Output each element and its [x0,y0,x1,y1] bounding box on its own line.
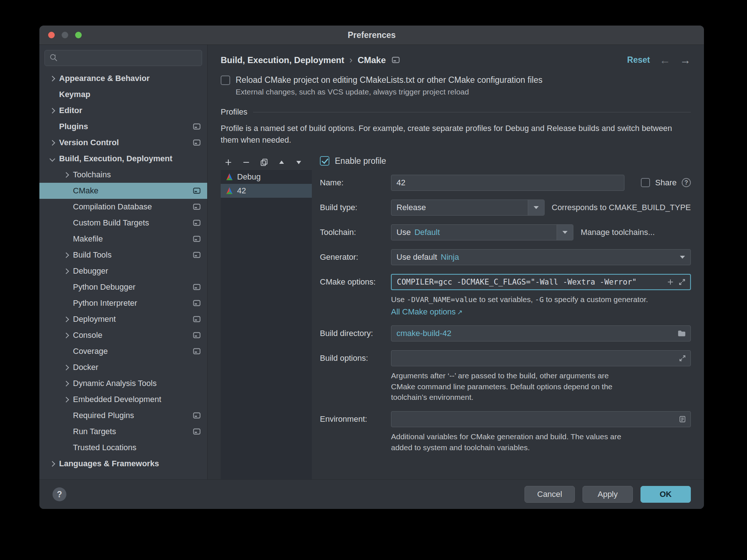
expand-field-icon[interactable] [679,355,686,362]
chevron-icon[interactable] [47,105,58,116]
sidebar-item-version-control[interactable]: Version Control [39,135,207,151]
sidebar-item-custom-build-targets[interactable]: Custom Build Targets [39,215,207,231]
profiles-description: Profile is a named set of build options.… [221,123,691,146]
chevron-icon[interactable] [61,185,71,196]
sidebar-item-build-tools[interactable]: Build Tools [39,247,207,263]
help-icon[interactable]: ? [53,487,66,501]
move-up-icon[interactable] [278,159,285,166]
build-directory-input[interactable]: cmake-build-42 [391,325,691,341]
expand-field-icon[interactable] [678,278,686,286]
share-checkbox[interactable] [641,178,650,187]
sidebar-item-makefile[interactable]: Makefile [39,231,207,247]
close-window-button[interactable] [48,32,55,38]
chevron-icon[interactable] [61,330,71,341]
remove-profile-icon[interactable] [242,158,250,166]
chevron-icon[interactable] [47,153,58,164]
sidebar-item-plugins[interactable]: Plugins [39,119,207,135]
project-settings-icon [193,428,201,435]
add-macro-icon[interactable] [667,278,674,286]
chevron-icon[interactable] [61,378,71,389]
environment-input[interactable] [391,411,691,427]
sidebar-item-run-targets[interactable]: Run Targets [39,424,207,440]
settings-search-input[interactable] [44,50,202,66]
chevron-icon[interactable] [47,89,58,100]
chevron-icon[interactable] [47,137,58,148]
toolchain-select[interactable]: Use Default [391,224,573,240]
cmake-options-input[interactable]: COMPILER=gcc -DCMAKE_C_FLAGS="-Wall -Wex… [391,274,691,290]
environment-variables-icon[interactable] [679,416,686,423]
sidebar-item-python-interpreter[interactable]: Python Interpreter [39,295,207,311]
chevron-icon[interactable] [61,410,71,421]
project-settings-icon [193,284,201,290]
name-input[interactable]: 42 [391,175,624,191]
chevron-icon[interactable] [61,426,71,437]
chevron-icon[interactable] [61,169,71,180]
chevron-icon[interactable] [47,458,58,469]
chevron-icon[interactable] [47,73,58,84]
chevron-icon[interactable] [47,121,58,132]
manage-toolchains-link[interactable]: Manage toolchains... [581,228,655,237]
build-options-label: Build options: [320,354,391,363]
sidebar-item-deployment[interactable]: Deployment [39,311,207,327]
environment-hint: Additional variables for CMake generatio… [391,431,639,453]
breadcrumb-parent[interactable]: Build, Execution, Deployment [221,55,344,65]
chevron-icon[interactable] [61,282,71,293]
sidebar-item-python-debugger[interactable]: Python Debugger [39,279,207,295]
dropdown-arrow-icon[interactable] [528,200,544,215]
sidebar-item-editor[interactable]: Editor [39,103,207,119]
minimize-window-button[interactable] [62,32,68,38]
cmake-options-label: CMake options: [320,277,391,287]
sidebar-item-trusted-locations[interactable]: Trusted Locations [39,440,207,456]
back-arrow-icon[interactable]: ← [659,55,670,66]
dialog-footer: ? Cancel Apply OK [39,479,704,509]
profile-list-item-debug[interactable]: Debug [221,170,312,184]
enable-profile-checkbox[interactable] [320,156,329,166]
sidebar-item-coverage[interactable]: Coverage [39,343,207,359]
sidebar-item-cmake[interactable]: CMake [39,183,207,199]
chevron-icon[interactable] [61,217,71,228]
reload-cmake-checkbox[interactable] [221,76,230,85]
dropdown-arrow-icon[interactable] [674,250,690,265]
forward-arrow-icon[interactable]: → [680,55,691,66]
cancel-button[interactable]: Cancel [525,486,575,503]
all-cmake-options-link[interactable]: All CMake options [391,307,456,316]
breadcrumb-current: CMake [357,55,386,65]
chevron-icon[interactable] [61,250,71,260]
sidebar-item-build-execution-deployment[interactable]: Build, Execution, Deployment [39,151,207,167]
sidebar-item-embedded-development[interactable]: Embedded Development [39,391,207,408]
dropdown-arrow-icon[interactable] [557,225,573,240]
sidebar-item-languages-frameworks[interactable]: Languages & Frameworks [39,456,207,472]
chevron-icon[interactable] [61,266,71,277]
zoom-window-button[interactable] [75,32,82,38]
generator-select[interactable]: Use default Ninja [391,249,691,265]
chevron-icon[interactable] [61,298,71,309]
chevron-icon[interactable] [61,362,71,373]
sidebar-item-docker[interactable]: Docker [39,359,207,375]
sidebar-item-keymap[interactable]: Keymap [39,86,207,103]
chevron-icon[interactable] [61,201,71,212]
folder-icon[interactable] [677,330,686,337]
chevron-icon[interactable] [61,314,71,325]
profile-list-item-42[interactable]: 42 [221,184,312,198]
ok-button[interactable]: OK [640,486,691,503]
sidebar-item-debugger[interactable]: Debugger [39,263,207,279]
sidebar-item-required-plugins[interactable]: Required Plugins [39,408,207,424]
chevron-icon[interactable] [61,233,71,244]
chevron-icon[interactable] [61,394,71,405]
reset-link[interactable]: Reset [627,55,650,65]
chevron-icon[interactable] [61,346,71,357]
build-type-select[interactable]: Release [391,200,545,216]
move-down-icon[interactable] [295,159,302,166]
share-help-icon[interactable]: ? [682,178,691,187]
sidebar-item-compilation-database[interactable]: Compilation Database [39,199,207,215]
add-profile-icon[interactable] [224,158,232,166]
sidebar-item-console[interactable]: Console [39,327,207,343]
chevron-icon[interactable] [61,442,71,453]
sidebar-item-dynamic-analysis-tools[interactable]: Dynamic Analysis Tools [39,375,207,391]
sidebar-item-appearance-behavior[interactable]: Appearance & Behavior [39,70,207,86]
sidebar-item-toolchains[interactable]: Toolchains [39,167,207,183]
apply-button[interactable]: Apply [582,486,633,503]
copy-profile-icon[interactable] [260,158,268,166]
build-options-input[interactable] [391,350,691,366]
project-settings-icon [193,332,201,339]
